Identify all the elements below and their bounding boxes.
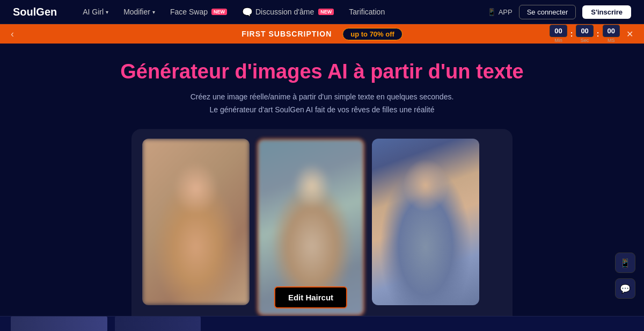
float-app-button[interactable]: 📱 xyxy=(615,253,635,273)
timer-sep1: : xyxy=(570,30,573,38)
new-badge: NEW xyxy=(211,9,227,15)
nav-right: 📱 APP Se connecter S'inscrire xyxy=(487,5,631,19)
timer-hours-label: Min xyxy=(554,38,562,43)
card-right xyxy=(372,139,479,305)
discussion-emoji: 🗨️ xyxy=(242,7,253,17)
card-right-image xyxy=(372,139,479,305)
promo-left-arrow[interactable]: ‹ xyxy=(11,28,14,40)
bottom-strip-preview-2 xyxy=(115,316,201,332)
chat-icon: 💬 xyxy=(620,284,631,294)
nav-link-tarification[interactable]: Tarification xyxy=(349,8,385,16)
chevron-down-icon: ▾ xyxy=(152,9,155,15)
timer-seconds: 00 xyxy=(603,25,620,37)
promo-text-group: FIRST SUBSCRIPTION up to 70% off xyxy=(241,28,402,40)
bottom-strip-preview xyxy=(11,316,107,332)
timer-minutes: 00 xyxy=(576,25,593,37)
timer-hours-unit: 00 Min xyxy=(550,25,567,43)
promo-close-button[interactable]: ✕ xyxy=(626,29,633,39)
timer-sep2: : xyxy=(597,30,599,38)
edit-haircut-button[interactable]: Edit Haircut xyxy=(274,286,347,308)
nav-link-faceswap[interactable]: Face Swap NEW xyxy=(170,8,227,16)
float-chat-button[interactable]: 💬 xyxy=(615,278,635,299)
timer-seconds-label: MS xyxy=(608,38,615,43)
hero-subtitle: Créez une image réelle/anime à partir d'… xyxy=(191,91,454,117)
promo-offer-badge: up to 70% off xyxy=(342,28,402,40)
timer-minutes-unit: 00 Sec xyxy=(576,25,593,43)
main-content: Générateur d'images AI à partir d'un tex… xyxy=(0,44,644,331)
nav-link-discussion[interactable]: 🗨️ Discussion d'âme NEW xyxy=(242,7,334,17)
bottom-strip xyxy=(0,316,644,331)
float-buttons: 📱 💬 xyxy=(615,253,635,299)
timer-hours: 00 xyxy=(550,25,567,37)
phone-icon: 📱 xyxy=(620,258,631,268)
promo-timer: 00 Min : 00 Sec : 00 MS xyxy=(550,25,620,43)
signup-button[interactable]: S'inscrire xyxy=(582,5,631,19)
promo-first-label: FIRST SUBSCRIPTION xyxy=(241,30,332,38)
cards-container: Edit Haircut xyxy=(131,129,513,326)
hero-title: Générateur d'images AI à partir d'un tex… xyxy=(120,61,524,83)
phone-icon: 📱 xyxy=(487,8,496,16)
nav-link-modifier[interactable]: Modifier ▾ xyxy=(123,8,155,16)
new-badge-discussion: NEW xyxy=(318,9,334,15)
navbar: SoulGen AI Girl ▾ Modifier ▾ Face Swap N… xyxy=(0,0,644,24)
logo[interactable]: SoulGen xyxy=(13,6,57,18)
nav-link-aigirl[interactable]: AI Girl ▾ xyxy=(83,8,108,16)
card-left xyxy=(142,139,250,305)
promo-banner: ‹ FIRST SUBSCRIPTION up to 70% off 00 Mi… xyxy=(0,24,644,44)
card-center-wrapper: Edit Haircut xyxy=(257,139,364,316)
promo-right-group: 00 Min : 00 Sec : 00 MS ✕ xyxy=(550,25,633,43)
card-left-image xyxy=(142,139,250,305)
nav-links: AI Girl ▾ Modifier ▾ Face Swap NEW 🗨️ Di… xyxy=(83,7,470,17)
timer-seconds-unit: 00 MS xyxy=(603,25,620,43)
timer-minutes-label: Sec xyxy=(581,38,589,43)
nav-app[interactable]: 📱 APP xyxy=(487,8,513,16)
connect-button[interactable]: Se connecter xyxy=(519,5,576,19)
chevron-down-icon: ▾ xyxy=(106,9,108,15)
